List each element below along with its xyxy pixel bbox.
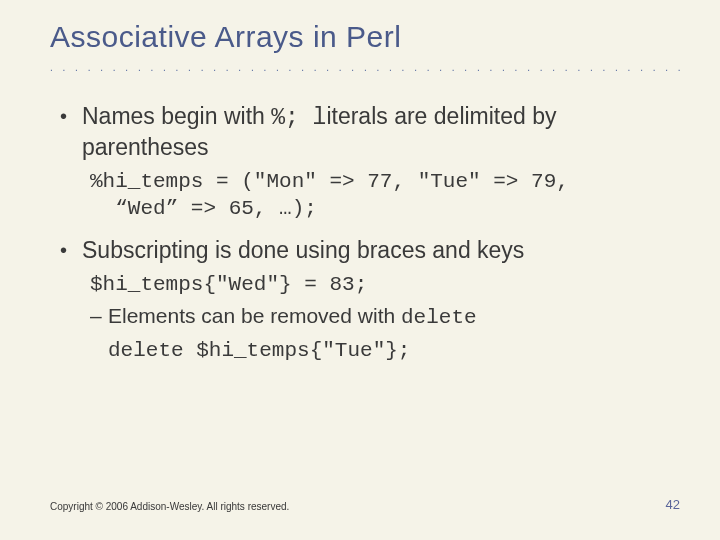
bullet-item: • Subscripting is done using braces and … — [60, 236, 680, 265]
copyright-text: Copyright © 2006 Addison-Wesley. All rig… — [50, 501, 289, 512]
code-block: delete $hi_temps{"Tue"}; — [108, 337, 680, 364]
sub-bullet-item: – Elements can be removed with delete — [90, 302, 680, 331]
slide-footer: Copyright © 2006 Addison-Wesley. All rig… — [50, 497, 680, 512]
page-number: 42 — [666, 497, 680, 512]
divider-dots: . . . . . . . . . . . . . . . . . . . . … — [50, 62, 680, 74]
text-segment: Names begin with — [82, 103, 271, 129]
bullet-marker: • — [60, 236, 82, 263]
bullet-item: • Names begin with %; literals are delim… — [60, 102, 680, 162]
slide-content: • Names begin with %; literals are delim… — [50, 102, 680, 365]
bullet-text: Names begin with %; literals are delimit… — [82, 102, 680, 162]
code-block: %hi_temps = ("Mon" => 77, "Tue" => 79, “… — [90, 168, 680, 223]
slide: Associative Arrays in Perl . . . . . . .… — [0, 0, 720, 540]
bullet-text: Subscripting is done using braces and ke… — [82, 236, 680, 265]
code-inline: %; l — [271, 105, 326, 131]
text-segment: Elements can be removed with — [108, 304, 401, 327]
sub-bullet-text: Elements can be removed with delete — [108, 302, 680, 331]
code-inline: delete — [401, 306, 477, 329]
sub-bullet-marker: – — [90, 302, 108, 329]
code-block: $hi_temps{"Wed"} = 83; — [90, 271, 680, 298]
bullet-marker: • — [60, 102, 82, 129]
slide-title: Associative Arrays in Perl — [50, 20, 680, 54]
